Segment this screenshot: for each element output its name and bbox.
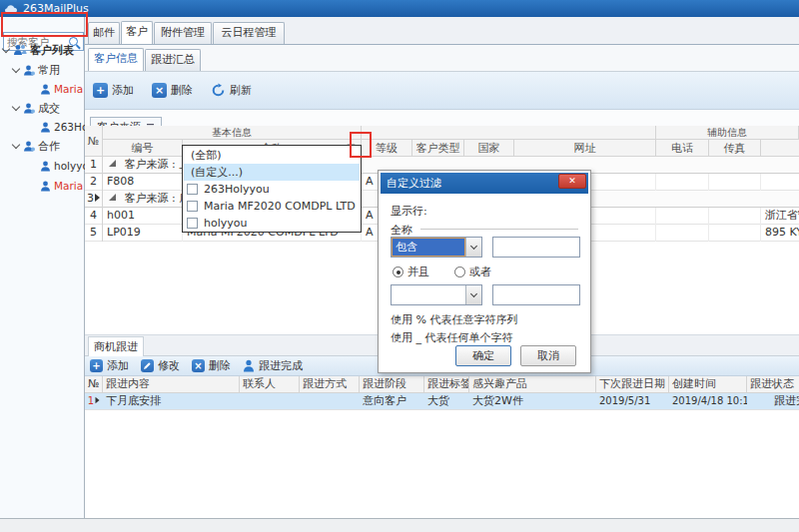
column-header-content[interactable]: 跟进内容 <box>103 376 240 393</box>
combo-arrow-button[interactable] <box>465 285 481 304</box>
chevron-down-icon[interactable] <box>12 140 20 148</box>
delete-label: 删除 <box>171 83 193 98</box>
column-header-method[interactable]: 跟进方式 <box>300 376 360 393</box>
column-header-url[interactable]: 网址 <box>514 140 656 157</box>
user-icon <box>40 181 51 192</box>
delete-followup-button[interactable]: × 删除 <box>192 358 231 373</box>
delete-button[interactable]: × 删除 <box>152 83 193 98</box>
chevron-down-icon <box>470 290 477 297</box>
filter-option-maria[interactable]: Maria MF2020 COMDPL LTD <box>184 198 360 215</box>
tree-label: 客户列表 <box>30 43 74 58</box>
user-group-icon <box>23 103 35 114</box>
dialog-title: 自定义过滤 <box>387 177 441 190</box>
cloud-icon <box>4 4 18 14</box>
refresh-button[interactable]: 刷新 <box>211 83 252 98</box>
checkbox[interactable] <box>187 201 198 212</box>
chevron-down-icon[interactable] <box>12 102 20 110</box>
column-header-level[interactable]: 等级 <box>362 140 412 157</box>
group-expand-icon[interactable] <box>109 160 116 167</box>
chevron-down-icon[interactable] <box>12 64 20 72</box>
tab-attachment-management[interactable]: 附件管理 <box>154 22 212 44</box>
column-header-status[interactable]: 跟进状态 <box>747 376 799 393</box>
add-label: 添加 <box>112 83 134 98</box>
operator-combo-2[interactable] <box>391 284 482 305</box>
row-number: 1 <box>88 395 94 406</box>
checkbox[interactable] <box>187 184 198 195</box>
dialog-title-bar[interactable]: 自定义过滤 <box>381 173 588 194</box>
column-header-contact[interactable]: 联系人 <box>240 376 300 393</box>
add-followup-button[interactable]: + 添加 <box>90 358 129 373</box>
radio-and[interactable]: 并且 <box>393 265 429 279</box>
filter-option-holyyou[interactable]: holyyou <box>184 215 360 232</box>
filter-value-input-2[interactable] <box>492 284 580 305</box>
wildcard-hint-2: 使用 _ 代表任何单个字符 <box>391 330 513 345</box>
cell-content: 下月底安排 <box>103 393 240 410</box>
sidebar-item-cooperation[interactable]: 合作 <box>13 138 60 154</box>
operator-combo-1[interactable]: 包含 <box>391 237 482 258</box>
field-label: 全称 <box>391 223 412 238</box>
filter-option-label: holyyou <box>204 215 247 232</box>
cell-code: F808 <box>103 174 183 191</box>
sub-tab-strip: 客户信息 跟进汇总 <box>85 45 799 72</box>
add-label: 添加 <box>107 358 129 373</box>
tab-customer-info[interactable]: 客户信息 <box>88 48 144 71</box>
chevron-down-icon[interactable] <box>2 44 10 52</box>
column-header-code[interactable]: 编号 <box>103 140 183 157</box>
filter-value-input-1[interactable] <box>492 237 580 258</box>
column-header-country[interactable]: 国家 <box>464 140 514 157</box>
row-number: 2 <box>85 174 103 191</box>
column-header-stage[interactable]: 跟进阶段 <box>360 376 424 393</box>
column-header-product[interactable]: 感兴趣产品 <box>469 376 596 393</box>
radio-selected-icon <box>393 266 403 277</box>
cell-created: 2019/4/18 10:13:57 <box>669 393 747 410</box>
column-header-tag[interactable]: 跟进标签 <box>424 376 469 393</box>
cell-product: 大货2W件 <box>469 393 596 410</box>
sidebar-item-deal[interactable]: 成交 <box>13 100 60 116</box>
filter-option-all[interactable]: (全部) <box>184 147 360 164</box>
tab-customer[interactable]: 客户 <box>121 21 153 44</box>
table-row[interactable]: 1 下月底安排 意向客户 大货 大货2W件 2019/5/31 2019/4/1… <box>85 393 799 410</box>
tab-followup-summary[interactable]: 跟进汇总 <box>145 49 201 71</box>
column-header-fax[interactable]: 传真 <box>709 140 761 157</box>
combo-arrow-button[interactable] <box>465 238 481 257</box>
group-users-icon <box>13 44 27 56</box>
filter-option-custom[interactable]: (自定义...) <box>184 164 360 181</box>
sidebar-item-common[interactable]: 常用 <box>13 62 60 78</box>
column-header-address[interactable] <box>761 140 799 157</box>
column-header-customer-type[interactable]: 客户类型 <box>412 140 464 157</box>
cancel-button[interactable]: 取消 <box>520 345 576 366</box>
group-expand-icon[interactable] <box>109 194 116 201</box>
user-icon <box>40 84 51 95</box>
tab-cloud-schedule[interactable]: 云日程管理 <box>213 22 285 44</box>
column-header-no[interactable]: № <box>85 376 103 393</box>
radio-and-label: 并且 <box>407 265 429 279</box>
operator-value: 包含 <box>393 239 464 256</box>
column-header-phone[interactable]: 电话 <box>656 140 709 157</box>
column-header-created[interactable]: 创建时间 <box>669 376 747 393</box>
column-header-next-date[interactable]: 下次跟进日期 <box>596 376 669 393</box>
user-group-icon <box>23 65 35 76</box>
x-icon: × <box>152 83 167 98</box>
checkbox[interactable] <box>187 218 198 229</box>
column-header-no[interactable]: № <box>85 126 103 157</box>
cell-address: 浙江省宁波 <box>761 208 799 225</box>
refresh-label: 刷新 <box>230 83 252 98</box>
radio-or-label: 或者 <box>469 265 491 279</box>
chevron-down-icon <box>470 243 477 250</box>
app-window: 263MailPlus 客户列表 常用 Maria ... 成交 2 <box>0 0 799 532</box>
sidebar-item-customer-list[interactable]: 客户列表 <box>3 42 74 58</box>
tab-mail[interactable]: 邮件 <box>88 22 120 44</box>
edit-followup-button[interactable]: 修改 <box>141 358 180 373</box>
complete-followup-button[interactable]: 跟进完成 <box>243 358 303 373</box>
cell-tag: 大货 <box>424 393 469 410</box>
tab-opportunity-followup[interactable]: 商机跟进 <box>88 336 144 356</box>
wildcard-hint-1: 使用 % 代表任意字符序列 <box>391 312 517 327</box>
filter-option-263holyyou[interactable]: 263Holyyou <box>184 181 360 198</box>
add-button[interactable]: + 添加 <box>93 83 134 98</box>
radio-or[interactable]: 或者 <box>454 265 491 279</box>
ok-button[interactable]: 确定 <box>455 345 511 366</box>
custom-filter-dialog: 自定义过滤 ✕ 显示行: 全称 包含 并且 或者 使用 % 代表任意字符序列 使… <box>378 170 591 373</box>
opportunity-grid-header: № 跟进内容 联系人 跟进方式 跟进阶段 跟进标签 感兴趣产品 下次跟进日期 创… <box>85 376 799 393</box>
cell-status: 跟进完成 <box>747 393 799 410</box>
close-icon[interactable]: ✕ <box>558 174 586 189</box>
